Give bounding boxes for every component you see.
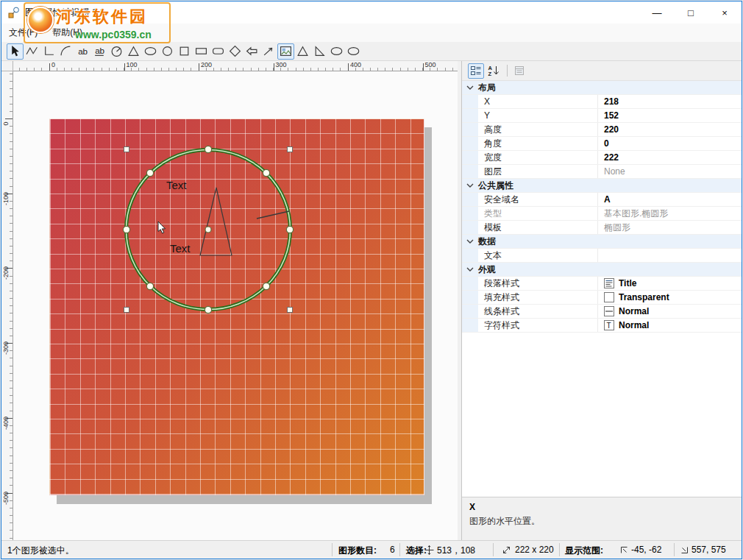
property-value[interactable]: 218 [598, 95, 742, 108]
arrow-line-tool-button[interactable] [260, 43, 277, 60]
maximize-button[interactable]: □ [674, 1, 708, 24]
canvas-text-label-2[interactable]: Text [170, 242, 191, 255]
circle-icon [161, 45, 174, 57]
category-row[interactable]: 外观 [462, 263, 742, 277]
category-label: 数据 [478, 235, 496, 248]
pie-tool-button[interactable] [108, 43, 125, 60]
rounded-rectangle-tool-button[interactable] [210, 43, 227, 60]
window-controls: — □ × [640, 1, 742, 24]
status-separator [332, 543, 333, 556]
alphabetical-sort-button[interactable]: A Z [486, 63, 502, 79]
property-row[interactable]: 高度220 [462, 123, 742, 137]
line-tool-button[interactable] [24, 43, 40, 60]
chevron-down-icon[interactable] [462, 182, 478, 188]
chevron-down-icon[interactable] [462, 266, 478, 272]
property-value[interactable]: 220 [598, 123, 742, 136]
property-row[interactable]: 图层None [462, 165, 742, 179]
property-row[interactable]: 线条样式Normal [462, 305, 742, 319]
category-row[interactable]: 布局 [462, 81, 742, 95]
circle-tool-button[interactable] [159, 43, 176, 60]
property-grid: 布局X218Y152高度220角度0宽度222图层None公共属性安全域名A类型… [462, 80, 742, 497]
ruler-label: -200 [2, 262, 10, 284]
status-message: 1个图形被选中。 [7, 545, 74, 557]
text-tool-button[interactable]: ab [74, 43, 91, 60]
property-row[interactable]: 安全域名A [462, 193, 742, 207]
arc-tool-button[interactable] [57, 43, 74, 60]
label-tool-button[interactable]: ab [91, 43, 108, 60]
window-title: 图元属性编辑器 1.0 [25, 7, 104, 19]
property-value[interactable]: Normal [598, 305, 742, 318]
ruler-label: 400 [350, 61, 361, 68]
circle-2-tool-button[interactable] [345, 43, 362, 60]
ellipse-icon [144, 45, 157, 57]
svg-text:T: T [607, 322, 611, 330]
triangle-shape[interactable] [200, 188, 232, 255]
center-handle[interactable] [205, 227, 211, 233]
select-tool-button[interactable] [7, 43, 24, 60]
chevron-down-icon[interactable] [462, 238, 478, 244]
property-row[interactable]: 模板椭圆形 [462, 221, 742, 235]
property-row[interactable]: 类型基本图形.椭圆形 [462, 207, 742, 221]
property-row[interactable]: 宽度222 [462, 151, 742, 165]
property-value[interactable]: 椭圆形 [598, 221, 742, 234]
ellipse-icon [330, 45, 343, 57]
category-row[interactable]: 数据 [462, 235, 742, 249]
ellipse-tool-button[interactable] [142, 43, 159, 60]
menu-file[interactable]: 文件(F) [1, 24, 45, 42]
status-separator [399, 543, 400, 556]
position-crosshair-icon [424, 545, 434, 555]
property-value[interactable]: 0 [598, 137, 742, 150]
property-row[interactable]: 文本 [462, 249, 742, 263]
categorized-view-button[interactable] [468, 63, 484, 79]
property-value-text: Transparent [619, 292, 669, 302]
close-button[interactable]: × [708, 1, 742, 24]
drawing-canvas[interactable]: Text Text [13, 71, 458, 540]
property-value[interactable]: 基本图形.椭圆形 [598, 207, 742, 220]
property-row[interactable]: X218 [462, 95, 742, 109]
arrow-left-tool-button[interactable] [243, 43, 260, 60]
chevron-down-icon[interactable] [462, 85, 478, 91]
property-row[interactable]: 角度0 [462, 137, 742, 151]
ellipse-2-tool-button[interactable] [328, 43, 345, 60]
property-value[interactable]: Title [598, 277, 742, 290]
property-value[interactable]: TNormal [598, 319, 742, 332]
shape-count-value: 6 [390, 545, 395, 555]
zigzag-icon [26, 45, 38, 57]
property-row[interactable]: 填充样式Transparent [462, 291, 742, 305]
triangle-2-tool-button[interactable] [294, 43, 311, 60]
property-value[interactable] [598, 249, 742, 262]
category-label: 公共属性 [478, 180, 513, 192]
triangle-icon [296, 45, 309, 57]
drawing-toolbar: abab [1, 42, 742, 61]
rectangle-tool-button[interactable] [193, 43, 210, 60]
polyline-tool-button[interactable] [40, 43, 57, 60]
diamond-tool-button[interactable] [227, 43, 243, 60]
property-row[interactable]: 字符样式TNormal [462, 319, 742, 333]
category-row[interactable]: 公共属性 [462, 179, 742, 193]
minimize-button[interactable]: — [640, 1, 674, 24]
property-value[interactable]: 222 [598, 151, 742, 164]
property-value[interactable]: 152 [598, 109, 742, 122]
property-value-text: 152 [604, 110, 619, 121]
triangle-tool-button[interactable] [125, 43, 142, 60]
square-tool-button[interactable] [176, 43, 193, 60]
property-row[interactable]: Y152 [462, 109, 742, 123]
property-description: X 图形的水平位置。 [462, 497, 742, 540]
property-value[interactable]: A [598, 193, 742, 206]
category-label: 外观 [478, 263, 496, 276]
ruler-label: 200 [201, 61, 212, 68]
property-value[interactable]: None [598, 165, 742, 178]
property-row[interactable]: 段落样式Title [462, 277, 742, 291]
canvas-text-label-1[interactable]: Text [166, 179, 187, 191]
view-range-from: -45, -62 [631, 545, 661, 555]
property-name: 模板 [478, 221, 598, 234]
menu-help[interactable]: 帮助(H) [45, 24, 90, 42]
rtriangle-icon [313, 45, 326, 57]
ab-icon: ab [77, 45, 89, 57]
property-name: Y [478, 109, 598, 122]
property-name: 图层 [478, 165, 598, 178]
line-shape[interactable] [257, 211, 289, 219]
right-triangle-tool-button[interactable] [311, 43, 328, 60]
image-tool-button[interactable] [277, 43, 294, 60]
property-value[interactable]: Transparent [598, 291, 742, 304]
